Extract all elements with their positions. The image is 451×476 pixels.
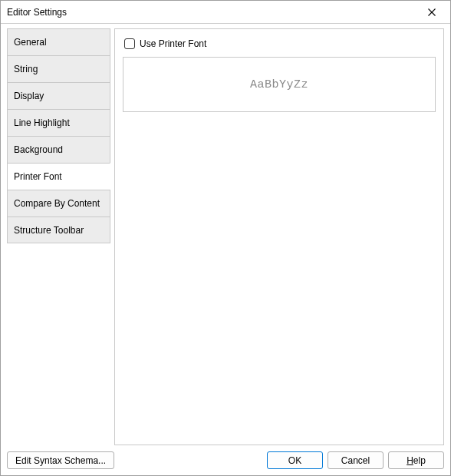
tab-label: Printer Font <box>14 171 62 182</box>
use-printer-font-option[interactable]: Use Printer Font <box>123 37 436 51</box>
use-printer-font-checkbox[interactable] <box>124 38 135 49</box>
tab-label: Background <box>14 144 63 155</box>
tab-string[interactable]: String <box>7 55 110 82</box>
tab-display[interactable]: Display <box>7 82 110 109</box>
button-label: Edit Syntax Schema... <box>15 455 106 466</box>
content-panel: Use Printer Font AaBbYyZz <box>114 28 444 445</box>
button-label: OK <box>288 455 301 466</box>
dialog-body: General String Display Line Highlight Ba… <box>1 24 450 475</box>
close-icon <box>428 8 436 16</box>
ok-button[interactable]: OK <box>267 451 323 469</box>
dialog-button-row: Edit Syntax Schema... OK Cancel Help <box>7 445 444 469</box>
tab-label: General <box>14 37 47 48</box>
settings-tab-list: General String Display Line Highlight Ba… <box>7 28 110 445</box>
tab-general[interactable]: General <box>7 28 110 55</box>
use-printer-font-label: Use Printer Font <box>140 38 206 49</box>
tab-label: Line Highlight <box>14 117 70 128</box>
tab-label: String <box>14 64 38 74</box>
close-button[interactable] <box>415 2 449 23</box>
font-preview: AaBbYyZz <box>123 57 436 112</box>
tab-background[interactable]: Background <box>7 136 110 163</box>
sidebar-spacer <box>7 243 110 445</box>
main-row: General String Display Line Highlight Ba… <box>7 28 444 445</box>
tab-compare-by-content[interactable]: Compare By Content <box>7 190 110 217</box>
tab-printer-font[interactable]: Printer Font <box>7 163 110 190</box>
button-label: Help <box>407 455 426 466</box>
tab-label: Compare By Content <box>14 198 100 209</box>
tab-structure-toolbar[interactable]: Structure Toolbar <box>7 217 110 243</box>
tab-label: Structure Toolbar <box>14 225 84 236</box>
cancel-button[interactable]: Cancel <box>328 451 384 469</box>
editor-settings-dialog: Editor Settings General String Display <box>0 0 451 476</box>
button-label: Cancel <box>341 455 370 466</box>
help-button[interactable]: Help <box>388 451 444 469</box>
titlebar: Editor Settings <box>1 1 450 24</box>
edit-syntax-schema-button[interactable]: Edit Syntax Schema... <box>7 451 114 469</box>
font-preview-text: AaBbYyZz <box>250 78 308 91</box>
tab-line-highlight[interactable]: Line Highlight <box>7 109 110 136</box>
window-title: Editor Settings <box>7 7 415 18</box>
tab-label: Display <box>14 91 44 101</box>
